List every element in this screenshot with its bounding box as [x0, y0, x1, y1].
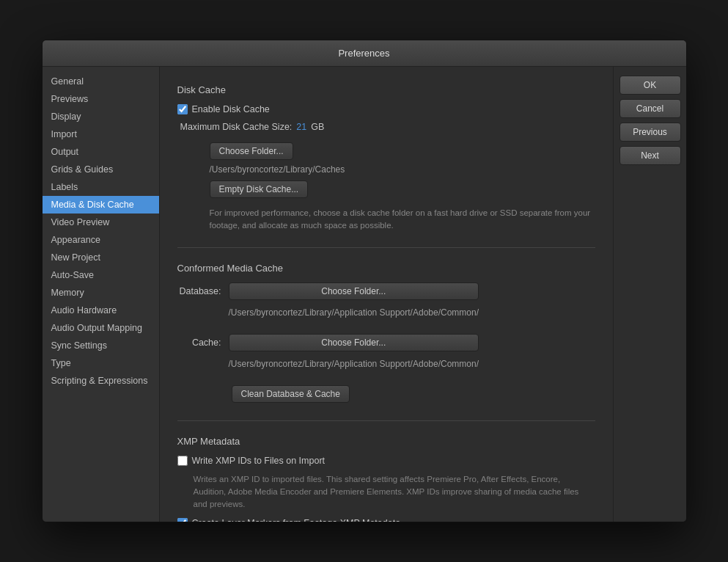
- sidebar-item-import[interactable]: Import: [43, 125, 159, 143]
- max-size-label: Maximum Disk Cache Size:: [180, 122, 293, 132]
- next-button[interactable]: Next: [619, 146, 681, 165]
- conformed-cache-header: Conformed Media Cache: [177, 263, 595, 274]
- title-bar: Preferences: [43, 40, 686, 67]
- database-label: Database:: [177, 282, 221, 296]
- sidebar-item-previews[interactable]: Previews: [43, 90, 159, 108]
- empty-disk-cache-button[interactable]: Empty Disk Cache...: [210, 180, 309, 198]
- preferences-window: Preferences GeneralPreviewsDisplayImport…: [42, 40, 687, 522]
- xmp-section: XMP Metadata Write XMP IDs to Files on I…: [177, 436, 595, 522]
- write-xmp-checkbox[interactable]: [177, 456, 188, 466]
- xmp-header: XMP Metadata: [177, 436, 595, 447]
- sidebar-item-memory[interactable]: Memory: [43, 284, 159, 302]
- conformed-cache-section: Conformed Media Cache Database: Choose F…: [177, 263, 595, 406]
- sidebar-item-labels[interactable]: Labels: [43, 178, 159, 196]
- max-size-value: 21: [296, 122, 306, 132]
- write-xmp-row: Write XMP IDs to Files on Import: [177, 456, 595, 466]
- write-xmp-description: Writes an XMP ID to imported files. This…: [177, 473, 588, 511]
- create-markers-checkbox[interactable]: [177, 518, 188, 522]
- create-markers-label: Create Layer Markers from Footage XMP Me…: [192, 518, 401, 522]
- cache-label: Cache:: [177, 334, 221, 348]
- cache-choose-folder-button[interactable]: Choose Folder...: [229, 334, 479, 351]
- sidebar-item-general[interactable]: General: [43, 73, 159, 90]
- divider-2: [177, 420, 595, 421]
- disk-cache-hint: For improved performance, choose a disk …: [210, 207, 595, 233]
- sidebar-item-appearance[interactable]: Appearance: [43, 231, 159, 249]
- enable-disk-cache-row: Enable Disk Cache: [177, 104, 595, 114]
- right-buttons-panel: OK Cancel Previous Next: [613, 67, 686, 522]
- database-choose-folder-button[interactable]: Choose Folder...: [229, 282, 479, 300]
- max-size-unit: GB: [311, 122, 324, 132]
- previous-button[interactable]: Previous: [619, 123, 681, 142]
- sidebar-item-media-disk-cache[interactable]: Media & Disk Cache: [43, 196, 159, 214]
- sidebar-item-audio-output-mapping[interactable]: Audio Output Mapping: [43, 319, 159, 337]
- sidebar-item-sync-settings[interactable]: Sync Settings: [43, 337, 159, 354]
- sidebar: GeneralPreviewsDisplayImportOutputGrids …: [43, 67, 160, 522]
- main-content: Disk Cache Enable Disk Cache Maximum Dis…: [160, 67, 613, 522]
- divider-1: [177, 247, 595, 248]
- database-row: Database: Choose Folder... /Users/byronc…: [177, 282, 595, 324]
- sidebar-item-display[interactable]: Display: [43, 108, 159, 125]
- cancel-button[interactable]: Cancel: [619, 99, 681, 118]
- ok-button[interactable]: OK: [619, 76, 681, 95]
- choose-folder-button[interactable]: Choose Folder...: [210, 142, 293, 160]
- window-title: Preferences: [338, 48, 389, 59]
- disk-cache-folder-area: Choose Folder... /Users/byroncortez/Libr…: [177, 142, 595, 233]
- clean-database-cache-button[interactable]: Clean Database & Cache: [232, 385, 350, 403]
- database-right: Choose Folder... /Users/byroncortez/Libr…: [229, 282, 479, 324]
- enable-disk-cache-checkbox[interactable]: [177, 104, 188, 114]
- cache-right: Choose Folder... /Users/byroncortez/Libr…: [229, 334, 479, 375]
- enable-disk-cache-label: Enable Disk Cache: [192, 104, 270, 114]
- sidebar-item-video-preview[interactable]: Video Preview: [43, 214, 159, 231]
- cache-row: Cache: Choose Folder... /Users/byroncort…: [177, 334, 595, 375]
- disk-cache-section: Disk Cache Enable Disk Cache Maximum Dis…: [177, 84, 595, 233]
- sidebar-item-scripting-expressions[interactable]: Scripting & Expressions: [43, 372, 159, 390]
- clean-btn-area: Clean Database & Cache: [177, 385, 595, 406]
- max-size-row: Maximum Disk Cache Size: 21 GB: [177, 122, 595, 132]
- sidebar-item-audio-hardware[interactable]: Audio Hardware: [43, 302, 159, 319]
- sidebar-item-grids-guides[interactable]: Grids & Guides: [43, 161, 159, 178]
- sidebar-item-auto-save[interactable]: Auto-Save: [43, 266, 159, 284]
- cache-path: /Users/byroncortez/Library/Application S…: [229, 359, 479, 369]
- database-path: /Users/byroncortez/Library/Application S…: [229, 307, 479, 318]
- sidebar-item-type[interactable]: Type: [43, 354, 159, 372]
- disk-cache-header: Disk Cache: [177, 84, 595, 95]
- disk-cache-path: /Users/byroncortez/Library/Caches: [210, 164, 595, 175]
- create-markers-row: Create Layer Markers from Footage XMP Me…: [177, 518, 595, 522]
- write-xmp-label: Write XMP IDs to Files on Import: [192, 456, 326, 466]
- sidebar-item-output[interactable]: Output: [43, 143, 159, 161]
- sidebar-item-new-project[interactable]: New Project: [43, 249, 159, 266]
